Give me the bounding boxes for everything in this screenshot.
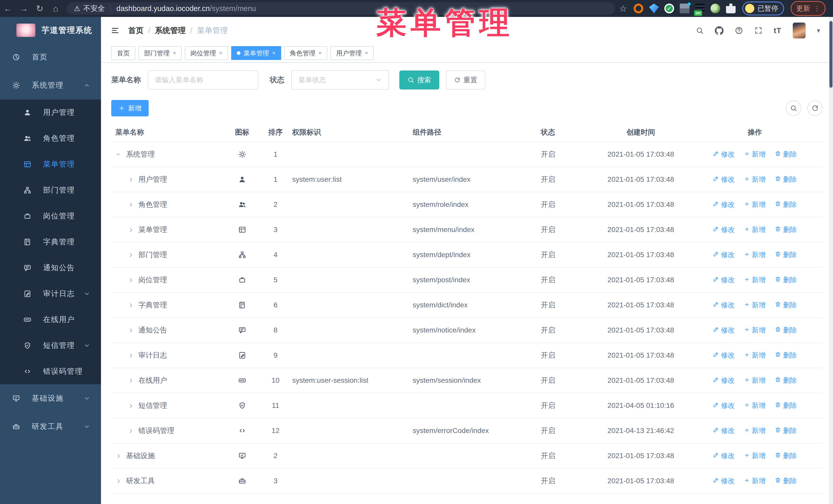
add-button[interactable]: 新增 xyxy=(111,100,149,116)
breadcrumb-home[interactable]: 首页 xyxy=(128,25,144,36)
ext-check-icon[interactable]: ✓ xyxy=(664,4,674,13)
forward-icon[interactable]: → xyxy=(16,4,32,14)
add-link[interactable]: 新增 xyxy=(744,200,766,209)
help-icon[interactable] xyxy=(735,26,743,34)
toggle-search-button[interactable] xyxy=(786,100,801,116)
add-link[interactable]: 新增 xyxy=(744,426,766,435)
edit-link[interactable]: 修改 xyxy=(713,326,735,335)
tab-部门管理[interactable]: 部门管理× xyxy=(138,46,182,60)
hamburger-icon[interactable] xyxy=(111,26,119,35)
delete-link[interactable]: 删除 xyxy=(775,426,797,435)
delete-link[interactable]: 删除 xyxy=(775,301,797,310)
delete-link[interactable]: 删除 xyxy=(775,451,797,460)
add-link[interactable]: 新增 xyxy=(744,326,766,335)
edit-link[interactable]: 修改 xyxy=(713,376,735,385)
search-icon[interactable] xyxy=(696,27,704,34)
close-icon[interactable]: × xyxy=(219,50,222,56)
edit-link[interactable]: 修改 xyxy=(713,150,735,159)
profile-paused-badge[interactable]: 已暂停 xyxy=(742,2,784,16)
caret-collapsed-icon[interactable] xyxy=(115,478,122,484)
tab-岗位管理[interactable]: 岗位管理× xyxy=(185,46,228,60)
ext-blocks-icon[interactable] xyxy=(680,4,689,13)
edit-link[interactable]: 修改 xyxy=(713,250,735,259)
delete-link[interactable]: 删除 xyxy=(775,200,797,209)
caret-collapsed-icon[interactable] xyxy=(128,201,134,208)
caret-collapsed-icon[interactable] xyxy=(115,453,122,459)
delete-link[interactable]: 删除 xyxy=(775,351,797,360)
caret-collapsed-icon[interactable] xyxy=(128,176,134,183)
add-link[interactable]: 新增 xyxy=(744,451,766,460)
menu-name-input[interactable] xyxy=(148,70,258,90)
add-link[interactable]: 新增 xyxy=(744,150,766,159)
add-link[interactable]: 新增 xyxy=(744,476,766,485)
caret-collapsed-icon[interactable] xyxy=(128,302,134,308)
home-icon[interactable]: ⌂ xyxy=(48,4,64,14)
delete-link[interactable]: 删除 xyxy=(775,225,797,234)
tab-用户管理[interactable]: 用户管理× xyxy=(330,46,374,60)
avatar[interactable] xyxy=(793,23,806,39)
add-link[interactable]: 新增 xyxy=(744,275,766,285)
caret-collapsed-icon[interactable] xyxy=(128,277,134,283)
tab-角色管理[interactable]: 角色管理× xyxy=(284,46,328,60)
close-icon[interactable]: × xyxy=(365,50,368,56)
sidebar-item-users[interactable]: 角色管理 xyxy=(0,125,101,151)
add-link[interactable]: 新增 xyxy=(744,351,766,360)
back-icon[interactable]: ← xyxy=(0,4,16,14)
sidebar-item-sms[interactable]: 短信管理 xyxy=(0,333,101,358)
ext-monkey-icon[interactable] xyxy=(711,4,720,13)
page-scrollbar[interactable] xyxy=(829,17,833,504)
chrome-update-button[interactable]: 更新 ⋮ xyxy=(791,1,826,16)
breadcrumb-system[interactable]: 系统管理 xyxy=(155,25,186,36)
delete-link[interactable]: 删除 xyxy=(775,326,797,335)
sidebar-item-tool[interactable]: 研发工具 xyxy=(0,412,101,441)
delete-link[interactable]: 删除 xyxy=(775,150,797,159)
edit-link[interactable]: 修改 xyxy=(713,301,735,310)
search-button[interactable]: 搜索 xyxy=(399,71,439,90)
add-link[interactable]: 新增 xyxy=(744,301,766,310)
edit-link[interactable]: 修改 xyxy=(713,351,735,360)
caret-collapsed-icon[interactable] xyxy=(128,352,134,358)
address-bar[interactable]: ⚠ 不安全 dashboard.yudao.iocoder.cn /system… xyxy=(67,2,615,15)
add-link[interactable]: 新增 xyxy=(744,401,766,410)
caret-collapsed-icon[interactable] xyxy=(128,428,134,434)
edit-link[interactable]: 修改 xyxy=(713,275,735,285)
close-icon[interactable]: × xyxy=(318,50,322,56)
ext-puzzle-icon[interactable] xyxy=(726,4,736,13)
ext-bars-icon[interactable]: on xyxy=(695,4,705,13)
caret-expanded-icon[interactable] xyxy=(115,151,122,157)
edit-link[interactable]: 修改 xyxy=(713,476,735,485)
delete-link[interactable]: 删除 xyxy=(775,401,797,410)
sidebar-item-monitor[interactable]: 基础设施 xyxy=(0,384,101,412)
fullscreen-icon[interactable] xyxy=(754,26,763,34)
tab-首页[interactable]: 首页 xyxy=(111,46,135,60)
sidebar-item-menu[interactable]: 菜单管理 xyxy=(0,151,101,177)
scrollbar-thumb[interactable] xyxy=(829,21,832,88)
sidebar-item-dict[interactable]: 字典管理 xyxy=(0,229,101,255)
edit-link[interactable]: 修改 xyxy=(713,451,735,460)
edit-link[interactable]: 修改 xyxy=(713,175,735,184)
sidebar-item-dashboard[interactable]: 首页 xyxy=(0,43,101,71)
sidebar-item-message[interactable]: 通知公告 xyxy=(0,255,101,281)
delete-link[interactable]: 删除 xyxy=(775,250,797,259)
app-logo-row[interactable]: 芋道管理系统 xyxy=(0,17,101,43)
add-link[interactable]: 新增 xyxy=(744,175,766,184)
text-size-icon[interactable]: tT xyxy=(774,26,782,35)
sidebar-item-log[interactable]: 审计日志 xyxy=(0,281,101,307)
edit-link[interactable]: 修改 xyxy=(713,426,735,435)
sidebar-item-online[interactable]: 在线用户 xyxy=(0,307,101,333)
add-link[interactable]: 新增 xyxy=(744,376,766,385)
security-label[interactable]: 不安全 xyxy=(83,4,105,13)
caret-collapsed-icon[interactable] xyxy=(128,226,134,233)
caret-collapsed-icon[interactable] xyxy=(128,327,134,333)
delete-link[interactable]: 删除 xyxy=(775,275,797,285)
sidebar-item-tree[interactable]: 部门管理 xyxy=(0,177,101,203)
caret-collapsed-icon[interactable] xyxy=(128,377,134,384)
sidebar-item-gear[interactable]: 系统管理 xyxy=(0,71,101,99)
edit-link[interactable]: 修改 xyxy=(713,225,735,234)
edit-link[interactable]: 修改 xyxy=(713,200,735,209)
edit-link[interactable]: 修改 xyxy=(713,401,735,410)
delete-link[interactable]: 删除 xyxy=(775,376,797,385)
delete-link[interactable]: 删除 xyxy=(775,476,797,485)
caret-collapsed-icon[interactable] xyxy=(128,252,134,258)
status-select[interactable]: 菜单状态 xyxy=(291,70,389,90)
